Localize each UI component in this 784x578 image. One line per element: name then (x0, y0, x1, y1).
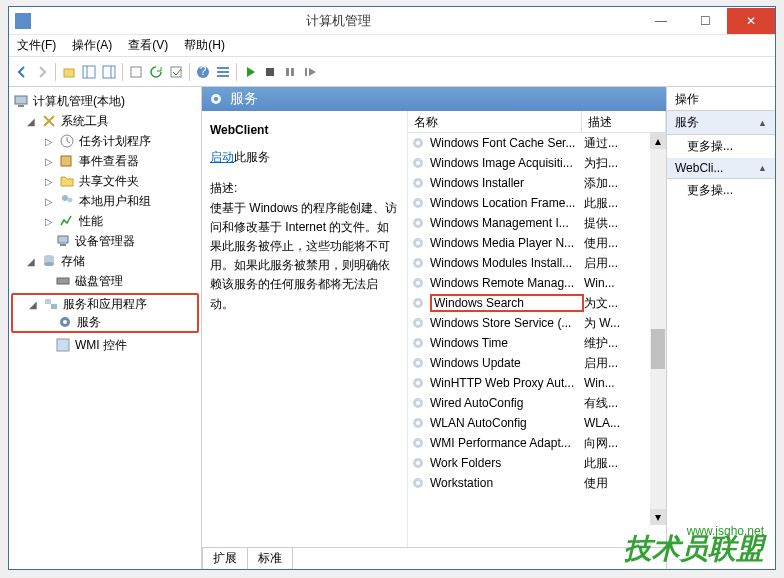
service-desc: 使用... (584, 235, 618, 252)
expand-icon[interactable]: ◢ (25, 116, 37, 127)
svg-rect-15 (305, 68, 307, 76)
col-desc[interactable]: 描述 (582, 111, 666, 132)
list-item[interactable]: Windows Media Player N...使用... (408, 233, 666, 253)
export-icon[interactable] (167, 63, 185, 81)
gear-icon (410, 375, 426, 391)
scroll-down-icon[interactable]: ▾ (650, 509, 666, 525)
tree-performance[interactable]: ▷性能 (11, 211, 199, 231)
collapse-icon[interactable]: ▲ (758, 163, 767, 173)
tab-std[interactable]: 标准 (247, 547, 293, 569)
list-item[interactable]: Windows Update启用... (408, 353, 666, 373)
gear-icon (410, 275, 426, 291)
service-desc: 使用 (584, 475, 608, 492)
menu-view[interactable]: 查看(V) (128, 37, 168, 54)
tree-services[interactable]: 服务 (13, 313, 197, 331)
scrollbar[interactable]: ▴ ▾ (650, 133, 666, 525)
col-name[interactable]: 名称 (408, 111, 582, 132)
svg-point-54 (416, 321, 420, 325)
list-item[interactable]: Windows Remote Manag...Win... (408, 273, 666, 293)
actions-section-services[interactable]: 服务▲ (667, 111, 775, 135)
help-icon[interactable]: ? (194, 63, 212, 81)
up-icon[interactable] (60, 63, 78, 81)
gear-icon (208, 91, 224, 107)
list-item[interactable]: Windows Store Service (...为 W... (408, 313, 666, 333)
mid-header: 服务 (202, 87, 666, 111)
gear-icon (410, 355, 426, 371)
tree-root[interactable]: 计算机管理(本地) (11, 91, 199, 111)
list-item[interactable]: Wired AutoConfig有线... (408, 393, 666, 413)
view1-icon[interactable] (80, 63, 98, 81)
expand-icon[interactable]: ▷ (43, 216, 55, 227)
expand-icon[interactable]: ▷ (43, 176, 55, 187)
expand-icon[interactable]: ▷ (43, 136, 55, 147)
actions-more2[interactable]: 更多操... (667, 179, 775, 202)
actions-more1[interactable]: 更多操... (667, 135, 775, 158)
tree-local-users[interactable]: ▷本地用户和组 (11, 191, 199, 211)
list-item[interactable]: Windows Search为文... (408, 293, 666, 313)
tree-event-viewer[interactable]: ▷事件查看器 (11, 151, 199, 171)
tree-shared-folders[interactable]: ▷共享文件夹 (11, 171, 199, 191)
tree-wmi[interactable]: WMI 控件 (11, 335, 199, 355)
service-name: Wired AutoConfig (430, 396, 584, 410)
menu-help[interactable]: 帮助(H) (184, 37, 225, 54)
svg-point-26 (44, 262, 54, 266)
stop-icon[interactable] (261, 63, 279, 81)
list-item[interactable]: WLAN AutoConfigWLA... (408, 413, 666, 433)
list-item[interactable]: Windows Management I...提供... (408, 213, 666, 233)
expand-icon[interactable]: ◢ (25, 256, 37, 267)
collapse-icon[interactable]: ▲ (758, 118, 767, 128)
list-item[interactable]: Workstation使用 (408, 473, 666, 493)
menu-file[interactable]: 文件(F) (17, 37, 56, 54)
tree-storage[interactable]: ◢存储 (11, 251, 199, 271)
scroll-up-icon[interactable]: ▴ (650, 133, 666, 149)
forward-icon[interactable] (33, 63, 51, 81)
close-button[interactable]: ✕ (727, 8, 775, 34)
maximize-button[interactable]: ☐ (683, 8, 727, 34)
view2-icon[interactable] (100, 63, 118, 81)
props-icon[interactable] (127, 63, 145, 81)
play-icon[interactable] (241, 63, 259, 81)
service-desc: 启用... (584, 255, 618, 272)
service-desc: 有线... (584, 395, 618, 412)
start-link[interactable]: 启动 (210, 150, 234, 164)
service-desc: 为 W... (584, 315, 620, 332)
list-item[interactable]: Windows Location Frame...此服... (408, 193, 666, 213)
titlebar: 计算机管理 — ☐ ✕ (9, 7, 775, 35)
list-item[interactable]: Windows Modules Install...启用... (408, 253, 666, 273)
tree-services-apps[interactable]: ◢服务和应用程序 (13, 295, 197, 313)
back-icon[interactable] (13, 63, 31, 81)
list-item[interactable]: Windows Installer添加... (408, 173, 666, 193)
tree-task-scheduler[interactable]: ▷任务计划程序 (11, 131, 199, 151)
expand-icon[interactable]: ◢ (27, 299, 39, 310)
service-desc: 维护... (584, 335, 618, 352)
tree-device-manager[interactable]: 设备管理器 (11, 231, 199, 251)
gear-icon (410, 235, 426, 251)
tree-disk-mgmt[interactable]: 磁盘管理 (11, 271, 199, 291)
list-icon[interactable] (214, 63, 232, 81)
list-item[interactable]: WinHTTP Web Proxy Aut...Win... (408, 373, 666, 393)
list-item[interactable]: Work Folders此服... (408, 453, 666, 473)
actions-section-webclient[interactable]: WebCli...▲ (667, 158, 775, 179)
refresh-icon[interactable] (147, 63, 165, 81)
pause-icon[interactable] (281, 63, 299, 81)
window: 计算机管理 — ☐ ✕ 文件(F) 操作(A) 查看(V) 帮助(H) ? (8, 6, 776, 570)
svg-point-48 (416, 261, 420, 265)
minimize-button[interactable]: — (639, 8, 683, 34)
list-item[interactable]: WMI Performance Adapt...向网... (408, 433, 666, 453)
svg-point-38 (416, 161, 420, 165)
scroll-thumb[interactable] (651, 329, 665, 369)
list-item[interactable]: Windows Image Acquisiti...为扫... (408, 153, 666, 173)
svg-point-34 (214, 97, 218, 101)
restart-icon[interactable] (301, 63, 319, 81)
menu-action[interactable]: 操作(A) (72, 37, 112, 54)
tree-pane[interactable]: 计算机管理(本地) ◢ 系统工具 ▷任务计划程序 ▷事件查看器 ▷共享文件夹 ▷… (9, 87, 202, 569)
list-item[interactable]: Windows Font Cache Ser...通过... (408, 133, 666, 153)
tree-system-tools[interactable]: ◢ 系统工具 (11, 111, 199, 131)
list-item[interactable]: Windows Time维护... (408, 333, 666, 353)
expand-icon[interactable]: ▷ (43, 156, 55, 167)
gear-icon (410, 395, 426, 411)
device-icon (55, 233, 71, 249)
tab-ext[interactable]: 扩展 (202, 547, 248, 569)
expand-icon[interactable]: ▷ (43, 196, 55, 207)
list-body[interactable]: Windows Font Cache Ser...通过...Windows Im… (408, 133, 666, 547)
